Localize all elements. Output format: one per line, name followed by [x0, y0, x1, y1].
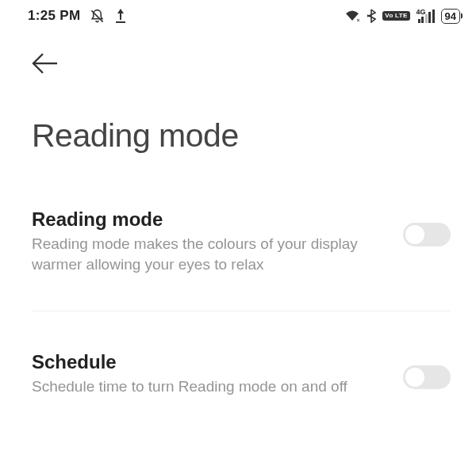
- divider: [32, 311, 451, 311]
- bluetooth-icon: [367, 9, 376, 23]
- svg-marker-2: [117, 9, 124, 13]
- reading-mode-toggle[interactable]: [403, 223, 451, 246]
- status-left: 1:25 PM: [28, 8, 127, 24]
- status-right: Vo LTE 4G 94: [344, 9, 460, 24]
- notifications-off-icon: [90, 9, 105, 24]
- volte-text: Vo LTE: [385, 12, 407, 19]
- setting-description: Reading mode makes the colours of your d…: [32, 234, 387, 274]
- setting-reading-mode[interactable]: Reading mode Reading mode makes the colo…: [0, 208, 476, 274]
- status-bar: 1:25 PM: [0, 0, 476, 29]
- setting-title: Schedule: [32, 351, 387, 373]
- back-button[interactable]: [32, 52, 63, 84]
- setting-description: Schedule time to turn Reading mode on an…: [32, 376, 387, 397]
- arrow-left-icon: [32, 52, 59, 74]
- signal-indicator: 4G: [416, 9, 435, 23]
- settings-list: Reading mode Reading mode makes the colo…: [0, 208, 476, 397]
- page-title: Reading mode: [32, 117, 476, 155]
- status-time: 1:25 PM: [28, 8, 80, 24]
- svg-rect-3: [116, 21, 125, 23]
- setting-text: Schedule Schedule time to turn Reading m…: [32, 351, 403, 397]
- volte-badge: Vo LTE: [382, 11, 409, 21]
- battery-indicator: 94: [441, 9, 460, 24]
- wifi-icon: [344, 10, 360, 22]
- toggle-knob: [405, 225, 424, 244]
- setting-schedule[interactable]: Schedule Schedule time to turn Reading m…: [0, 351, 476, 397]
- toggle-knob: [405, 368, 424, 387]
- setting-text: Reading mode Reading mode makes the colo…: [32, 208, 403, 274]
- battery-level: 94: [445, 10, 456, 22]
- schedule-toggle[interactable]: [403, 365, 451, 389]
- setting-title: Reading mode: [32, 208, 387, 231]
- upload-icon: [114, 9, 127, 23]
- network-type: 4G: [416, 8, 426, 16]
